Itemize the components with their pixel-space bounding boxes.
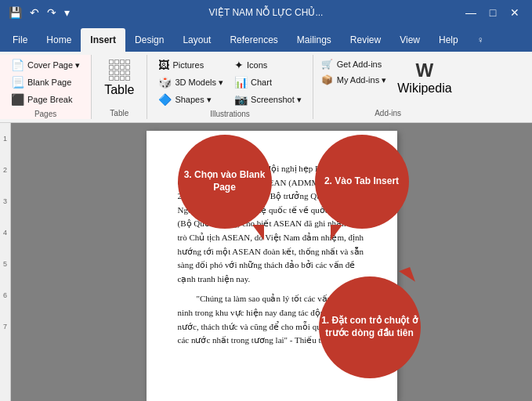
chart-icon: 📊	[234, 76, 248, 89]
blank-page-icon: 📃	[11, 76, 24, 89]
ribbon: File Home Insert Design Layout Reference…	[0, 25, 532, 123]
tab-insert[interactable]: Insert	[81, 28, 125, 52]
word-page[interactable]: Trả lời báo chí sau Hội nghị hẹp Bộ trưở…	[147, 131, 397, 401]
close-button[interactable]: ✕	[504, 0, 526, 25]
ribbon-content: 📄 Cover Page ▾ 📃 Blank Page ⬛ Page Break…	[0, 52, 532, 122]
ruler-mark-2: 2	[0, 154, 10, 186]
group-addins: 🛒 Get Add-ins 📦 My Add-ins ▾ W Wikipedia…	[313, 55, 463, 119]
tab-home[interactable]: Home	[37, 28, 81, 52]
ribbon-tab-row: File Home Insert Design Layout Reference…	[0, 25, 532, 52]
addins-col: 🛒 Get Add-ins 📦 My Add-ins ▾	[318, 56, 389, 88]
get-addins-button[interactable]: 🛒 Get Add-ins	[318, 56, 389, 72]
table-grid-icon	[109, 60, 130, 81]
paragraph-2: "Chúng ta làm sao quản lý tốt các vấn đề…	[178, 292, 366, 347]
page-break-icon: ⬛	[11, 93, 24, 106]
window-controls: — □ ✕	[460, 0, 526, 25]
document-area: 1 2 3 4 5 6 7 Trả lời báo chí sau Hội ng…	[0, 123, 532, 401]
quick-access-toolbar: 💾 ↶ ↷ ▾	[6, 5, 72, 20]
wikipedia-icon: W	[416, 60, 434, 81]
window-title: VIỆT NAM NỖ LỰC CHỦ...	[72, 7, 460, 18]
chart-button[interactable]: 📊 Chart	[230, 74, 306, 91]
pictures-icon: 🖼	[158, 59, 169, 71]
tab-review[interactable]: Review	[341, 28, 390, 52]
ruler-mark-4: 4	[0, 217, 10, 248]
tab-mailings[interactable]: Mailings	[288, 28, 341, 52]
screenshot-icon: 📷	[234, 93, 248, 106]
group-table: Table Table	[92, 55, 147, 119]
wikipedia-button[interactable]: W Wikipedia	[391, 56, 458, 99]
group-pages: 📄 Cover Page ▾ 📃 Blank Page ⬛ Page Break…	[0, 55, 92, 119]
get-addins-icon: 🛒	[321, 58, 334, 70]
page-break-button[interactable]: ⬛ Page Break	[6, 91, 85, 108]
ruler-mark-3: 3	[0, 186, 10, 217]
tab-extra[interactable]: ♀	[468, 28, 494, 52]
tab-file[interactable]: File	[3, 28, 37, 52]
icons-button[interactable]: ✦ Icons	[230, 56, 306, 74]
my-addins-button[interactable]: 📦 My Add-ins ▾	[318, 72, 389, 88]
document-scroll[interactable]: Trả lời báo chí sau Hội nghị hẹp Bộ trưở…	[11, 123, 532, 401]
qa-drop-icon[interactable]: ▾	[62, 5, 72, 20]
minimize-button[interactable]: —	[460, 0, 482, 25]
save-icon[interactable]: 💾	[6, 5, 24, 20]
ruler-left: 1 2 3 4 5 6 7	[0, 123, 11, 401]
document-container: Trả lời báo chí sau Hội nghị hẹp Bộ trưở…	[147, 131, 397, 401]
shapes-icon: 🔷	[158, 93, 172, 106]
pictures-button[interactable]: 🖼 Pictures	[154, 56, 228, 74]
table-items: Table	[98, 55, 140, 107]
shapes-button[interactable]: 🔷 Shapes ▾	[154, 91, 228, 108]
cover-page-button[interactable]: 📄 Cover Page ▾	[6, 56, 85, 74]
illustrations-items: 🖼 Pictures 🎲 3D Models ▾ 🔷 Shapes ▾ ✦	[154, 55, 306, 108]
pages-label: Pages	[6, 108, 85, 120]
tab-layout[interactable]: Layout	[173, 28, 220, 52]
cover-page-icon: 📄	[11, 59, 24, 71]
tab-design[interactable]: Design	[125, 28, 173, 52]
ruler-mark-7: 7	[0, 311, 10, 342]
title-bar: 💾 ↶ ↷ ▾ VIỆT NAM NỖ LỰC CHỦ... — □ ✕	[0, 0, 532, 25]
pages-items: 📄 Cover Page ▾ 📃 Blank Page ⬛ Page Break	[6, 55, 85, 108]
tab-references[interactable]: References	[220, 28, 287, 52]
addins-items: 🛒 Get Add-ins 📦 My Add-ins ▾ W Wikipedia	[318, 55, 458, 107]
maximize-button[interactable]: □	[482, 0, 504, 25]
group-illustrations: 🖼 Pictures 🎲 3D Models ▾ 🔷 Shapes ▾ ✦	[147, 55, 313, 119]
paragraph-1: Trả lời báo chí sau Hội nghị hẹp Bộ trưở…	[178, 162, 366, 286]
blank-page-button[interactable]: 📃 Blank Page	[6, 74, 85, 91]
3d-models-icon: 🎲	[158, 76, 172, 89]
tab-view[interactable]: View	[390, 28, 429, 52]
undo-icon[interactable]: ↶	[27, 5, 42, 20]
icons-icon: ✦	[234, 59, 244, 71]
pages-col: 📄 Cover Page ▾ 📃 Blank Page ⬛ Page Break	[6, 56, 85, 108]
ruler-mark-1: 1	[0, 123, 10, 154]
illustrations-col: 🖼 Pictures 🎲 3D Models ▾ 🔷 Shapes ▾	[154, 56, 228, 108]
table-group-label: Table	[98, 107, 140, 119]
screenshot-button[interactable]: 📷 Screenshot ▾	[230, 91, 306, 108]
table-label: Table	[104, 83, 134, 97]
tab-help[interactable]: Help	[429, 28, 468, 52]
ruler-mark-6: 6	[0, 280, 10, 311]
table-button[interactable]: Table	[98, 56, 140, 100]
illustrations-label: Illustrations	[154, 108, 306, 120]
my-addins-icon: 📦	[321, 74, 334, 86]
illustrations-col2: ✦ Icons 📊 Chart 📷 Screenshot ▾	[230, 56, 306, 108]
document-text: Trả lời báo chí sau Hội nghị hẹp Bộ trưở…	[178, 162, 366, 348]
addins-label: Add-ins	[318, 107, 458, 119]
redo-icon[interactable]: ↷	[45, 5, 59, 20]
ruler-mark-5: 5	[0, 248, 10, 280]
3d-models-button[interactable]: 🎲 3D Models ▾	[154, 74, 228, 91]
wikipedia-label: Wikipedia	[397, 81, 451, 96]
